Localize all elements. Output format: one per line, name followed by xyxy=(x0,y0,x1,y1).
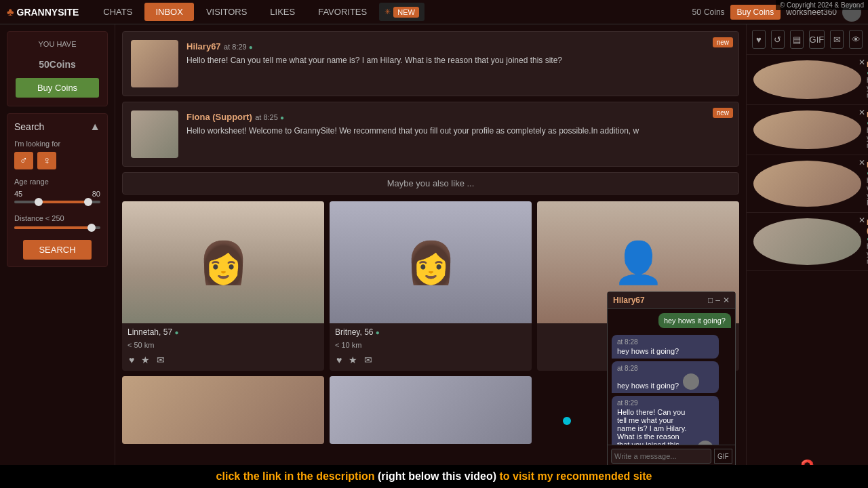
msg-content-hilary: Hilary67 at 8:29 ● Hello there! Can you … xyxy=(186,40,730,87)
star-button-britney[interactable]: ★ xyxy=(347,353,359,367)
age-min-value: 45 xyxy=(14,190,22,198)
notification-2[interactable]: Hilary67 ● at 8:27 has sent you a messag… xyxy=(747,105,868,155)
chat-gif-button[interactable]: GIF xyxy=(714,449,732,464)
site-name: GRANNYSITE xyxy=(17,7,79,18)
grid-icon-btn[interactable]: ▤ xyxy=(790,30,804,49)
chat-resize-icon[interactable]: □ xyxy=(708,296,713,305)
msg-sender-fiona: Fiona (Support) at 8:25 ● xyxy=(186,110,730,123)
card-distance-britney: < 10 km xyxy=(330,341,532,353)
card-image-britney: 👩 xyxy=(330,201,532,323)
main-layout: YOU HAVE 50Coins Buy Coins Search ▲ I'm … xyxy=(0,24,868,488)
tab-inbox[interactable]: INBOX xyxy=(144,3,193,21)
search-toggle[interactable]: ▲ xyxy=(90,121,100,133)
notif-close-2[interactable]: ✕ xyxy=(859,108,865,117)
user-card-linnetah[interactable]: 👩 Linnetah, 57 ● < 50 km ♥ ★ ✉ xyxy=(122,201,324,371)
nav-tabs: CHATS INBOX VISITORS LIKES FAVORITES ✳ N… xyxy=(92,3,425,21)
you-have-label: YOU HAVE xyxy=(16,40,99,48)
maybe-like-section: Maybe you also like ... xyxy=(122,172,739,195)
female-icon: ♀ xyxy=(43,155,51,166)
chat-msg-time-1: at 8:28 xyxy=(617,338,713,346)
chat-message-input[interactable] xyxy=(611,449,711,464)
male-icon: ♂ xyxy=(20,155,28,166)
bottom-banner: click the link in the description (right… xyxy=(0,465,868,488)
age-range-track[interactable] xyxy=(14,201,100,203)
gif-icon-btn[interactable]: GIF xyxy=(809,30,825,49)
like-button-britney[interactable]: ♥ xyxy=(335,353,343,367)
tab-chats[interactable]: CHATS xyxy=(92,3,143,21)
distance-label: Distance < 250 xyxy=(14,214,100,222)
inbox-message-fiona[interactable]: Fiona (Support) at 8:25 ● Hello workshee… xyxy=(122,102,739,167)
heart-icon-btn[interactable]: ♥ xyxy=(752,30,766,49)
chat-input-area: GIF xyxy=(608,445,735,467)
age-min-thumb[interactable] xyxy=(35,198,43,206)
user-card-row2-2[interactable] xyxy=(330,376,532,444)
eye-icon-btn[interactable]: 👁 xyxy=(849,30,863,49)
chat-close-icon[interactable]: ✕ xyxy=(723,296,730,305)
age-values: 45 80 xyxy=(14,190,100,198)
search-button[interactable]: SEARCH xyxy=(23,240,92,260)
site-logo: ♣ GRANNYSITE xyxy=(7,6,79,18)
card-actions-britney: ♥ ★ ✉ xyxy=(330,353,532,371)
age-range-fill xyxy=(39,201,89,203)
tab-favorites[interactable]: FAVORITES xyxy=(307,3,378,21)
card-info-britney: Britney, 56 ● xyxy=(330,323,532,341)
notif-close-4[interactable]: ✕ xyxy=(859,216,865,225)
card-name-linnetah: Linnetah, 57 ● xyxy=(127,327,178,337)
looking-for-label: I'm looking for xyxy=(14,140,100,148)
tab-likes[interactable]: LIKES xyxy=(259,3,306,21)
star-button-linnetah[interactable]: ★ xyxy=(140,353,151,367)
inbox-message-hilary[interactable]: Hilary67 at 8:29 ● Hello there! Can you … xyxy=(122,31,739,96)
online-indicator-fiona: ● xyxy=(280,114,284,121)
refresh-icon-btn[interactable]: ↺ xyxy=(771,30,785,49)
user-card-britney[interactable]: 👩 Britney, 56 ● < 10 km ♥ ★ ✉ xyxy=(330,201,532,371)
person-silhouette-linnetah: 👩 xyxy=(122,201,324,323)
tab-visitors[interactable]: VISITORS xyxy=(195,3,258,21)
like-button-linnetah[interactable]: ♥ xyxy=(127,353,136,367)
notif-avatar-2 xyxy=(753,110,861,149)
card-info-linnetah: Linnetah, 57 ● xyxy=(122,323,324,341)
msg-content-fiona: Fiona (Support) at 8:25 ● Hello workshee… xyxy=(186,110,730,158)
chat-received-1: at 8:28 hey hows it going? xyxy=(612,335,719,359)
coins-label: Coins xyxy=(704,7,725,17)
chat-popup-name: Hilary67 xyxy=(613,296,645,305)
distance-thumb[interactable] xyxy=(87,224,96,232)
distance-fill xyxy=(14,226,92,229)
chat-popup-header: Hilary67 □ – ✕ xyxy=(608,292,735,309)
notification-1[interactable]: Hilary67 ● at 8:29 has sent you a messag… xyxy=(747,55,868,105)
mail-icon-btn[interactable]: ✉ xyxy=(830,30,844,49)
buy-coins-button-top[interactable]: Buy Coins xyxy=(730,5,781,20)
notif-close-1[interactable]: ✕ xyxy=(859,58,865,67)
message-button-britney[interactable]: ✉ xyxy=(363,353,374,367)
logo-icon: ♣ xyxy=(7,6,14,18)
received-avatar-3 xyxy=(697,441,713,445)
message-button-linnetah[interactable]: ✉ xyxy=(155,353,166,367)
notif-close-3[interactable]: ✕ xyxy=(859,158,865,167)
banner-text-orange2: to visit my recommended site xyxy=(499,470,652,482)
chat-msg-time-2: at 8:28 xyxy=(617,365,713,372)
notif-avatar-1 xyxy=(753,60,861,99)
online-linnetah: ● xyxy=(174,329,178,336)
chat-received-2: at 8:28 hey hows it going? xyxy=(612,361,719,393)
search-header: Search ▲ xyxy=(14,121,100,133)
distance-range-track[interactable] xyxy=(14,226,100,229)
banner-text-orange: click the link in the description xyxy=(216,470,375,482)
new-badge[interactable]: ✳ NEW xyxy=(379,3,425,21)
coins-panel: YOU HAVE 50Coins Buy Coins xyxy=(7,31,108,106)
notification-3[interactable]: Hilary67 ● at 8:27 has visited your Prof… xyxy=(747,155,868,213)
buy-coins-button[interactable]: Buy Coins xyxy=(16,78,99,98)
gender-female-button[interactable]: ♀ xyxy=(37,152,56,169)
search-title: Search xyxy=(14,121,44,132)
banner-text-white: (right below this video) xyxy=(378,470,500,482)
user-card-row2-1[interactable] xyxy=(122,376,324,444)
age-max-thumb[interactable] xyxy=(84,198,92,206)
age-range-label: Age range xyxy=(14,178,100,186)
notification-4[interactable]: Fiona (Support) ● at 8:25 has sent you a… xyxy=(747,213,868,271)
right-sidebar: ♥ ↺ ▤ GIF ✉ 👁 Hilary67 ● at 8:29 has sen… xyxy=(746,24,868,488)
gender-male-button[interactable]: ♂ xyxy=(14,152,33,169)
card-distance-linnetah: < 50 km xyxy=(122,341,324,353)
chat-received-3: at 8:29 Hello there! Can you tell me wha… xyxy=(612,396,719,445)
card-image-row2-2 xyxy=(330,376,532,444)
chat-minimize-icon[interactable]: – xyxy=(715,296,720,305)
notif-avatar-4 xyxy=(753,218,861,265)
msg-sender-hilary: Hilary67 at 8:29 ● xyxy=(186,40,730,52)
